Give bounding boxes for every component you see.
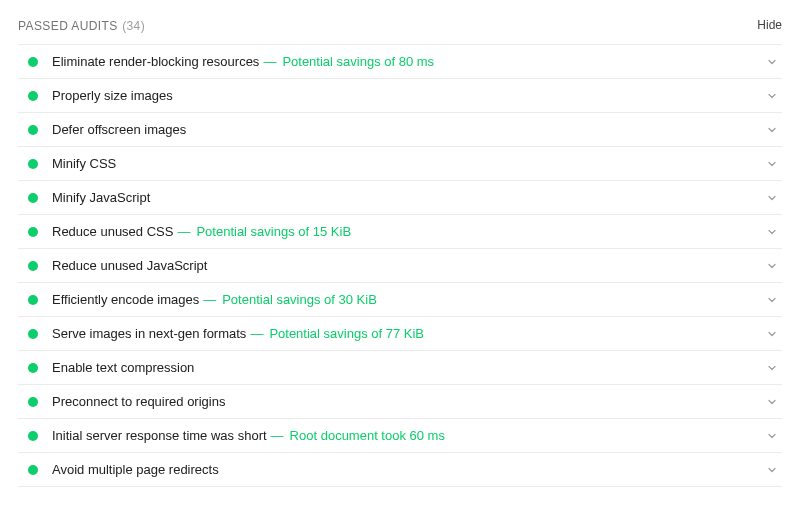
chevron-down-icon xyxy=(766,464,778,476)
separator: — xyxy=(250,326,263,341)
separator: — xyxy=(177,224,190,239)
audit-detail: Potential savings of 77 KiB xyxy=(269,326,424,341)
pass-icon xyxy=(28,397,38,407)
pass-icon xyxy=(28,295,38,305)
audit-detail: Potential savings of 15 KiB xyxy=(196,224,351,239)
chevron-down-icon xyxy=(766,226,778,238)
audit-label: Avoid multiple page redirects xyxy=(52,462,219,477)
audit-row[interactable]: Reduce unused CSS—Potential savings of 1… xyxy=(18,214,782,248)
separator: — xyxy=(263,54,276,69)
audit-row[interactable]: Minify JavaScript xyxy=(18,180,782,214)
audit-detail: Potential savings of 30 KiB xyxy=(222,292,377,307)
pass-icon xyxy=(28,465,38,475)
pass-icon xyxy=(28,91,38,101)
audit-label: Reduce unused CSS xyxy=(52,224,173,239)
audit-row[interactable]: Defer offscreen images xyxy=(18,112,782,146)
audit-row[interactable]: Properly size images xyxy=(18,78,782,112)
pass-icon xyxy=(28,159,38,169)
audit-label: Minify JavaScript xyxy=(52,190,150,205)
audit-label: Serve images in next-gen formats xyxy=(52,326,246,341)
pass-icon xyxy=(28,431,38,441)
chevron-down-icon xyxy=(766,396,778,408)
section-header: PASSED AUDITS (34) Hide xyxy=(18,16,782,34)
audit-label: Minify CSS xyxy=(52,156,116,171)
audit-label: Reduce unused JavaScript xyxy=(52,258,207,273)
section-title: PASSED AUDITS xyxy=(18,19,118,33)
audit-row[interactable]: Initial server response time was short—R… xyxy=(18,418,782,452)
pass-icon xyxy=(28,329,38,339)
chevron-down-icon xyxy=(766,430,778,442)
section-count: (34) xyxy=(122,19,145,33)
audit-row[interactable]: Avoid multiple page redirects xyxy=(18,452,782,487)
separator: — xyxy=(271,428,284,443)
audit-row[interactable]: Eliminate render-blocking resources—Pote… xyxy=(18,44,782,78)
audit-label: Enable text compression xyxy=(52,360,194,375)
chevron-down-icon xyxy=(766,124,778,136)
chevron-down-icon xyxy=(766,362,778,374)
passed-audits-panel: PASSED AUDITS (34) Hide Eliminate render… xyxy=(0,0,800,493)
audit-label: Eliminate render-blocking resources xyxy=(52,54,259,69)
audit-detail: Root document took 60 ms xyxy=(290,428,445,443)
audit-row[interactable]: Reduce unused JavaScript xyxy=(18,248,782,282)
audit-row[interactable]: Enable text compression xyxy=(18,350,782,384)
separator: — xyxy=(203,292,216,307)
audit-label: Preconnect to required origins xyxy=(52,394,225,409)
chevron-down-icon xyxy=(766,90,778,102)
pass-icon xyxy=(28,227,38,237)
section-title-wrap: PASSED AUDITS (34) xyxy=(18,16,145,34)
pass-icon xyxy=(28,125,38,135)
chevron-down-icon xyxy=(766,56,778,68)
audit-list: Eliminate render-blocking resources—Pote… xyxy=(18,44,782,487)
audit-detail: Potential savings of 80 ms xyxy=(282,54,434,69)
audit-row[interactable]: Preconnect to required origins xyxy=(18,384,782,418)
audit-row[interactable]: Efficiently encode images—Potential savi… xyxy=(18,282,782,316)
chevron-down-icon xyxy=(766,294,778,306)
audit-row[interactable]: Serve images in next-gen formats—Potenti… xyxy=(18,316,782,350)
pass-icon xyxy=(28,261,38,271)
chevron-down-icon xyxy=(766,260,778,272)
hide-button[interactable]: Hide xyxy=(757,18,782,32)
audit-label: Initial server response time was short xyxy=(52,428,267,443)
chevron-down-icon xyxy=(766,192,778,204)
pass-icon xyxy=(28,363,38,373)
pass-icon xyxy=(28,193,38,203)
audit-label: Properly size images xyxy=(52,88,173,103)
chevron-down-icon xyxy=(766,328,778,340)
chevron-down-icon xyxy=(766,158,778,170)
pass-icon xyxy=(28,57,38,67)
audit-label: Efficiently encode images xyxy=(52,292,199,307)
audit-row[interactable]: Minify CSS xyxy=(18,146,782,180)
audit-label: Defer offscreen images xyxy=(52,122,186,137)
